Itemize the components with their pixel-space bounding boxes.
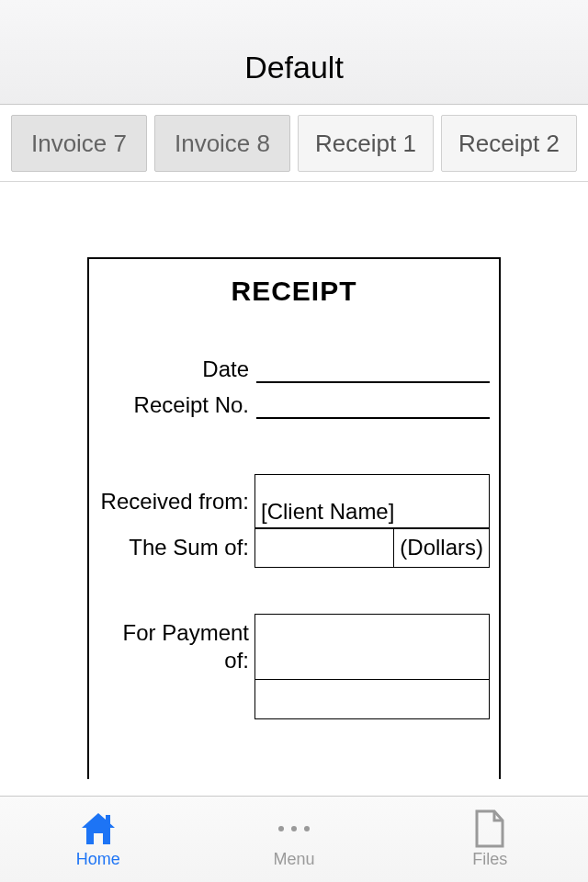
nav-label: Menu (273, 850, 314, 869)
nav-home[interactable]: Home (0, 797, 196, 882)
client-name-field[interactable]: [Client Name] (254, 474, 490, 529)
tab-invoice-7[interactable]: Invoice 7 (11, 115, 147, 172)
receipt-no-label: Receipt No. (98, 392, 254, 419)
tab-receipt-1[interactable]: Receipt 1 (298, 115, 434, 172)
payment-field-2[interactable] (254, 679, 490, 719)
receipt-title: RECEIPT (98, 276, 490, 307)
bottom-bar: Home Menu Files (0, 796, 588, 882)
sum-label: The Sum of: (98, 527, 254, 568)
payment-row: For Payment of: (98, 614, 490, 680)
date-row: Date (98, 356, 490, 383)
receipt-document: RECEIPT Date Receipt No. Received from: … (87, 257, 501, 779)
receipt-no-row: Receipt No. (98, 392, 490, 419)
receipt-no-field[interactable] (256, 393, 490, 419)
tab-label: Invoice 8 (175, 130, 270, 158)
page-title: Default (244, 50, 344, 85)
client-name-value: [Client Name] (261, 499, 394, 525)
document-preview[interactable]: RECEIPT Date Receipt No. Received from: … (0, 182, 588, 779)
date-label: Date (98, 356, 254, 383)
payment-field-1[interactable] (254, 614, 490, 680)
file-icon (474, 809, 505, 848)
template-tabs: Invoice 7 Invoice 8 Receipt 1 Receipt 2 (0, 105, 588, 182)
svg-rect-0 (106, 815, 110, 824)
sum-amount-field[interactable] (254, 527, 394, 568)
home-icon (79, 809, 118, 848)
payment-row-2 (98, 679, 490, 719)
received-from-label: Received from: (98, 474, 254, 529)
nav-files[interactable]: Files (392, 797, 588, 882)
received-from-row: Received from: [Client Name] (98, 474, 490, 529)
payment-label: For Payment of: (98, 614, 254, 680)
tab-receipt-2[interactable]: Receipt 2 (441, 115, 577, 172)
menu-icon (278, 809, 310, 848)
tab-label: Receipt 2 (458, 130, 560, 158)
dollars-label: (Dollars) (394, 527, 490, 568)
nav-menu[interactable]: Menu (196, 797, 391, 882)
header: Default (0, 0, 588, 105)
sum-row: The Sum of: (Dollars) (98, 527, 490, 568)
tab-invoice-8[interactable]: Invoice 8 (154, 115, 290, 172)
date-field[interactable] (256, 357, 490, 383)
tab-label: Receipt 1 (315, 130, 416, 158)
tab-label: Invoice 7 (31, 130, 127, 158)
nav-label: Home (76, 850, 120, 869)
nav-label: Files (472, 850, 507, 869)
